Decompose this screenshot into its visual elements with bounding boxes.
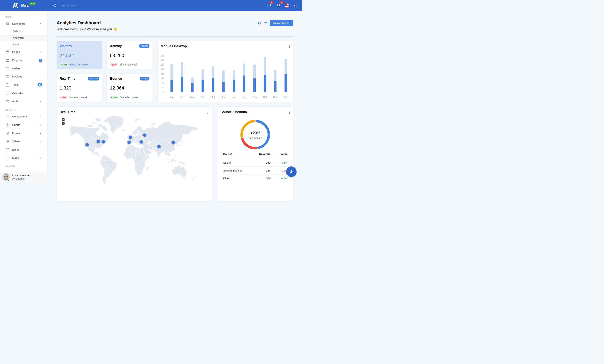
svg-text:120: 120 bbox=[160, 63, 164, 66]
svg-text:0: 0 bbox=[163, 91, 164, 93]
svg-text:100: 100 bbox=[160, 68, 164, 71]
svg-text:40: 40 bbox=[162, 82, 164, 84]
svg-text:Jan: Jan bbox=[170, 96, 174, 99]
svg-text:20: 20 bbox=[162, 86, 164, 89]
svg-text:Feb: Feb bbox=[180, 96, 184, 99]
svg-text:Jul: Jul bbox=[232, 96, 235, 99]
svg-text:140: 140 bbox=[160, 59, 164, 62]
svg-text:Aug: Aug bbox=[242, 96, 246, 99]
svg-text:160: 160 bbox=[160, 54, 164, 57]
svg-text:Apr: Apr bbox=[201, 96, 205, 99]
svg-text:May: May bbox=[211, 96, 215, 99]
svg-text:Jun: Jun bbox=[222, 96, 226, 99]
svg-text:Mar: Mar bbox=[190, 96, 195, 99]
svg-text:Oct: Oct bbox=[263, 96, 267, 99]
svg-text:Sep: Sep bbox=[252, 96, 257, 99]
svg-text:80: 80 bbox=[162, 73, 164, 75]
svg-text:Nov: Nov bbox=[273, 96, 278, 99]
svg-text:Dec: Dec bbox=[283, 96, 288, 99]
svg-text:60: 60 bbox=[162, 77, 164, 80]
